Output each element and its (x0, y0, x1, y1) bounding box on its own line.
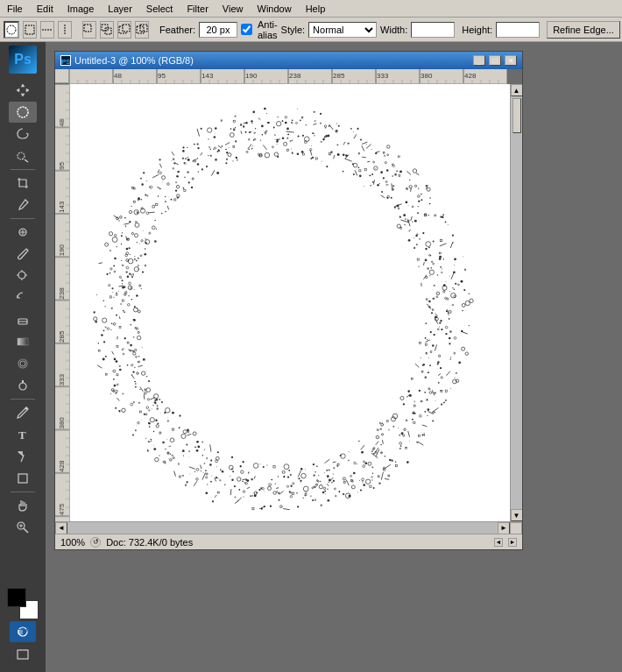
quick-select-tool[interactable] (9, 145, 37, 166)
color-swatch-area[interactable] (7, 588, 39, 619)
svg-point-742 (409, 180, 410, 180)
anti-alias-label: Anti-alias (258, 19, 278, 40)
menu-filter[interactable]: Filter (180, 2, 215, 16)
svg-point-973 (110, 250, 111, 251)
svg-point-620 (252, 111, 255, 114)
scroll-track-h[interactable] (67, 522, 498, 534)
svg-line-538 (152, 174, 159, 178)
intersect-selection-btn[interactable] (135, 21, 149, 39)
add-selection-btn[interactable] (100, 21, 114, 39)
single-col-marquee-btn[interactable] (58, 21, 72, 39)
marquee-tool[interactable] (9, 102, 37, 123)
clone-stamp-tool[interactable] (9, 265, 37, 286)
svg-point-411 (130, 344, 132, 347)
menu-select[interactable]: Select (139, 2, 180, 16)
svg-point-1019 (116, 294, 117, 296)
svg-point-798 (442, 258, 443, 259)
new-selection-btn[interactable] (82, 21, 96, 39)
menu-image[interactable]: Image (60, 2, 102, 16)
svg-point-993 (405, 219, 406, 220)
svg-rect-307 (185, 485, 186, 485)
eraser-tool[interactable] (9, 309, 37, 330)
svg-point-855 (110, 329, 111, 330)
svg-rect-524 (155, 203, 157, 205)
svg-point-206 (318, 475, 319, 476)
canvas-viewport[interactable] (70, 84, 510, 521)
single-row-marquee-btn[interactable] (40, 21, 54, 39)
svg-point-786 (426, 242, 431, 247)
gradient-tool[interactable] (9, 331, 37, 352)
svg-line-148 (382, 440, 383, 443)
svg-line-701 (362, 142, 368, 145)
type-tool[interactable]: T (9, 424, 37, 445)
menu-layer[interactable]: Layer (101, 2, 139, 16)
svg-point-407 (102, 358, 105, 361)
svg-point-699 (353, 163, 357, 167)
svg-rect-667 (320, 123, 321, 124)
rectangular-marquee-btn[interactable] (23, 21, 37, 39)
svg-point-965 (412, 206, 413, 208)
scroll-down-button[interactable]: ▼ (511, 509, 523, 521)
elliptical-marquee-btn[interactable] (4, 21, 19, 39)
svg-rect-410 (117, 345, 118, 347)
svg-rect-99 (425, 393, 426, 393)
blur-tool[interactable] (9, 353, 37, 374)
scroll-left-button[interactable]: ◄ (55, 522, 67, 534)
anti-alias-checkbox[interactable] (241, 24, 252, 35)
brush-tool[interactable] (9, 244, 37, 265)
menu-window[interactable]: Window (251, 2, 299, 16)
eyedropper-tool[interactable] (9, 195, 37, 216)
feather-input[interactable] (199, 22, 237, 38)
scroll-track-v[interactable] (511, 96, 522, 509)
height-input[interactable] (496, 22, 540, 38)
maximize-button[interactable]: □ (489, 55, 501, 66)
scroll-up-button[interactable]: ▲ (511, 84, 523, 96)
svg-point-464 (126, 276, 129, 279)
path-select-tool[interactable] (9, 446, 37, 467)
svg-point-1010 (146, 407, 149, 409)
crop-tool[interactable] (9, 173, 37, 194)
svg-line-164 (385, 478, 389, 479)
subtract-selection-btn[interactable] (117, 21, 131, 39)
spot-healing-tool[interactable] (9, 222, 37, 243)
menu-help[interactable]: Help (299, 2, 333, 16)
document-content: ▲ ▼ (55, 84, 522, 521)
svg-point-903 (242, 481, 243, 482)
hand-tool[interactable] (9, 495, 37, 516)
svg-point-37 (449, 310, 451, 313)
foreground-color-swatch[interactable] (7, 588, 26, 607)
history-brush-tool[interactable] (9, 287, 37, 308)
close-button[interactable]: ✕ (505, 55, 517, 66)
menu-edit[interactable]: Edit (30, 2, 60, 16)
scroll-thumb-v[interactable] (512, 98, 521, 133)
svg-line-663 (310, 150, 312, 155)
scroll-right-button[interactable]: ► (498, 522, 510, 534)
style-select[interactable]: Normal Fixed Ratio Fixed Size (308, 22, 377, 38)
svg-rect-600 (233, 146, 235, 148)
zoom-tool[interactable] (9, 517, 37, 538)
menu-view[interactable]: View (216, 2, 251, 16)
refine-edge-button[interactable]: Refine Edge... (547, 21, 620, 39)
width-input[interactable] (411, 22, 455, 38)
svg-point-991 (244, 482, 245, 483)
zoom-level: 100% (60, 537, 85, 548)
status-nav-left[interactable]: ◄ (494, 538, 503, 547)
svg-point-529 (140, 178, 142, 180)
pen-tool[interactable] (9, 402, 37, 423)
svg-point-927 (454, 265, 455, 265)
status-nav-right[interactable]: ► (508, 538, 517, 547)
lasso-tool[interactable] (9, 124, 37, 145)
svg-rect-147 (377, 429, 378, 431)
minimize-button[interactable]: _ (473, 55, 485, 66)
screen-mode-btn[interactable] (9, 644, 37, 665)
dodge-tool[interactable] (9, 375, 37, 396)
svg-point-592 (215, 127, 217, 130)
svg-line-60 (425, 340, 429, 343)
svg-rect-232 (290, 474, 291, 475)
move-tool[interactable] (9, 80, 37, 101)
shape-tool[interactable] (9, 468, 37, 489)
menu-file[interactable]: File (0, 2, 30, 16)
svg-point-94 (434, 392, 435, 393)
svg-point-959 (388, 429, 389, 430)
menu-bar: File Edit Image Layer Select Filter View… (0, 0, 622, 18)
